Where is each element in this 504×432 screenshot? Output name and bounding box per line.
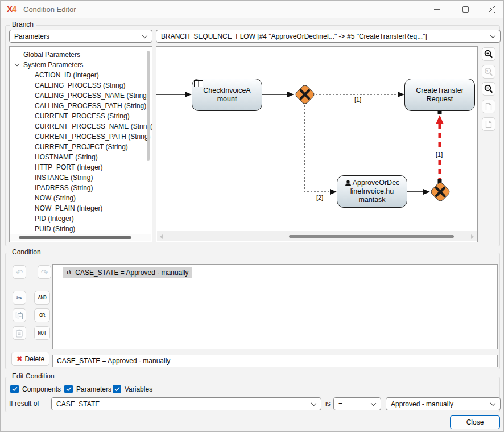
node-create-transfer-request[interactable]: CreateTransfer Request: [404, 79, 475, 111]
branch-flow-select[interactable]: BRANCH_SEQUENCE_FLOW [#4 "ApproveOrDecli…: [156, 30, 501, 43]
minimize-icon: [434, 6, 440, 13]
scissors-icon: ✂: [16, 294, 23, 302]
tree-item[interactable]: ACTION_ID (Integer): [10, 70, 144, 80]
redo-button[interactable]: ↷: [38, 265, 51, 279]
close-button[interactable]: Close: [450, 415, 500, 429]
paste-button[interactable]: [13, 326, 26, 340]
undo-button[interactable]: ↶: [13, 265, 26, 279]
tree-item[interactable]: CURRENT_PROCESS (String): [10, 111, 144, 121]
chevron-down-icon: [371, 401, 376, 406]
minimize-button[interactable]: [424, 1, 450, 18]
edge-label-2: [2]: [315, 194, 324, 201]
chevron-down-icon[interactable]: [15, 61, 19, 66]
chevron-down-icon: [490, 33, 495, 38]
condition-expression-text: CASE_STATE = Approved - manually: [57, 357, 170, 365]
not-button[interactable]: NOT: [34, 326, 50, 340]
tree-item-label: HOSTNAME (String): [35, 153, 98, 161]
zoom-out-icon: [484, 84, 493, 93]
and-button[interactable]: AND: [34, 291, 50, 305]
tree-item-label: NOW_PLAIN (Integer): [35, 204, 102, 212]
tree-item[interactable]: PUID (String): [10, 224, 144, 234]
node-approve-or-decline-humantask[interactable]: ApproveOrDec lineInvoice.hu mantask: [337, 175, 407, 208]
diagram-horizontal-scrollbar[interactable]: [157, 231, 477, 241]
person-icon: [345, 180, 352, 187]
maximize-button[interactable]: [452, 1, 478, 18]
cut-button[interactable]: ✂: [13, 291, 26, 305]
tf-badge: T/F: [66, 270, 72, 275]
page-view-button[interactable]: [482, 117, 495, 131]
zoom-in-button[interactable]: [482, 47, 495, 61]
tree-item-label: PID (Integer): [35, 215, 74, 223]
diagram-hscroll-thumb[interactable]: [289, 235, 454, 238]
condition-list[interactable]: T/F CASE_STATE = Approved - manually: [52, 264, 498, 349]
checkbox-components[interactable]: Components: [10, 385, 61, 393]
tree-item-label: CURRENT_PROCESS (String): [35, 112, 130, 120]
tree-item[interactable]: NOW_PLAIN (Integer): [10, 203, 144, 213]
copy-button[interactable]: [13, 308, 26, 322]
or-button[interactable]: OR: [34, 308, 50, 322]
gateway-xor-1[interactable]: [295, 84, 316, 105]
tree-item-label: Global Parameters: [23, 51, 80, 59]
tree-hscroll-thumb[interactable]: [19, 236, 131, 239]
scroll-right-icon[interactable]: [471, 234, 474, 239]
operator-select[interactable]: =: [333, 397, 381, 410]
branch-category-select[interactable]: Parameters: [9, 30, 152, 43]
tree-item-label: IPADRESS (String): [35, 184, 93, 192]
node-check-invoice-amount[interactable]: CheckInvoiceA mount: [192, 79, 262, 111]
tree-item[interactable]: CURRENT_PROCESS_PATH (String): [10, 131, 144, 142]
node-label-line: mount: [217, 95, 237, 104]
node-label-line: lineInvoice.hu: [350, 187, 394, 196]
tree-item[interactable]: IPADRESS (String): [10, 183, 144, 193]
maximize-icon: [462, 6, 469, 13]
delete-x-icon: ✖: [16, 355, 23, 363]
zoom-100-icon: 1:1: [484, 67, 493, 76]
flow-diagram-canvas: [156, 47, 477, 231]
tree-item[interactable]: CURRENT_PROCESS_NAME (String): [10, 121, 144, 131]
window-title: Condition Editor: [23, 5, 76, 14]
tree-item[interactable]: HOSTNAME (String): [10, 152, 144, 162]
tree-item-label: HTTP_PORT (Integer): [35, 163, 103, 171]
tree-item[interactable]: HTTP_PORT (Integer): [10, 162, 144, 172]
value-select[interactable]: Approved - manually: [386, 397, 501, 410]
tree-item[interactable]: INSTANCE (String): [10, 172, 144, 183]
close-button-label: Close: [466, 418, 484, 426]
window-close-button[interactable]: [478, 1, 504, 18]
tree-horizontal-scrollbar[interactable]: [10, 234, 151, 241]
page-icon: [485, 120, 493, 129]
node-label-line: ApproveOrDec: [353, 179, 400, 187]
tree-item[interactable]: CURRENT_PROJECT (String): [10, 142, 144, 152]
tree-item[interactable]: Global Parameters: [10, 50, 144, 60]
condition-editor-window: X4 Condition Editor Branch Parameters BR…: [0, 0, 504, 432]
tree-item-label: CALLING_PROCESS (String): [35, 81, 125, 89]
checkbox-checked-icon: [64, 385, 73, 393]
condition-list-item[interactable]: T/F CASE_STATE = Approved - manually: [63, 267, 192, 278]
scroll-left-icon[interactable]: [160, 234, 163, 239]
titlebar: X4 Condition Editor: [1, 1, 504, 18]
page-fit-button[interactable]: [482, 100, 495, 113]
checkbox-parameters[interactable]: Parameters: [64, 385, 111, 393]
undo-icon: ↶: [16, 268, 23, 277]
page-icon: [485, 102, 493, 111]
tree-item[interactable]: PID (Integer): [10, 213, 144, 224]
tree-item[interactable]: NOW (String): [10, 193, 144, 203]
delete-button[interactable]: ✖ Delete: [11, 352, 49, 366]
tree-item[interactable]: CALLING_PROCESS (String): [10, 80, 144, 90]
zoom-in-icon: [484, 50, 493, 59]
chevron-down-icon: [311, 401, 316, 406]
tree-item[interactable]: CALLING_PROCESS_PATH (String): [10, 101, 144, 111]
gateway-xor-2[interactable]: [430, 182, 451, 203]
zoom-out-button[interactable]: [482, 82, 495, 96]
tree-vertical-scrollbar[interactable]: [145, 47, 151, 234]
tree-vscroll-thumb[interactable]: [147, 51, 150, 161]
operand-select[interactable]: CASE_STATE: [51, 397, 321, 410]
condition-expression-field[interactable]: CASE_STATE = Approved - manually: [52, 355, 498, 367]
zoom-100-button[interactable]: 1:1: [482, 65, 495, 79]
chevron-down-icon: [142, 33, 147, 38]
x4-logo: X4: [7, 4, 16, 14]
tree-item[interactable]: System Parameters: [10, 60, 144, 70]
tree-item[interactable]: CALLING_PROCESS_NAME (String): [10, 90, 144, 101]
checkbox-variables[interactable]: Variables: [113, 385, 152, 393]
tree-item-label: System Parameters: [23, 61, 83, 69]
checkbox-label: Variables: [125, 385, 152, 393]
table-icon: [194, 80, 204, 88]
